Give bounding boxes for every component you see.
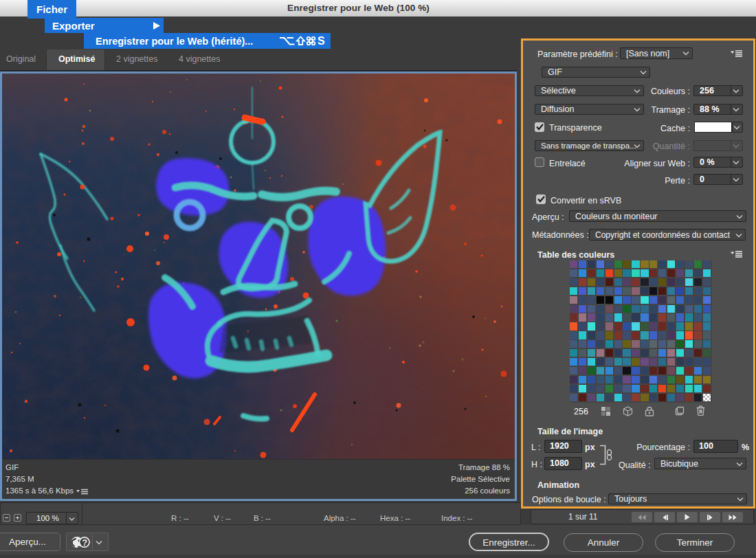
svg-text:?: ?	[82, 538, 88, 548]
svg-text:S: S	[318, 35, 325, 47]
